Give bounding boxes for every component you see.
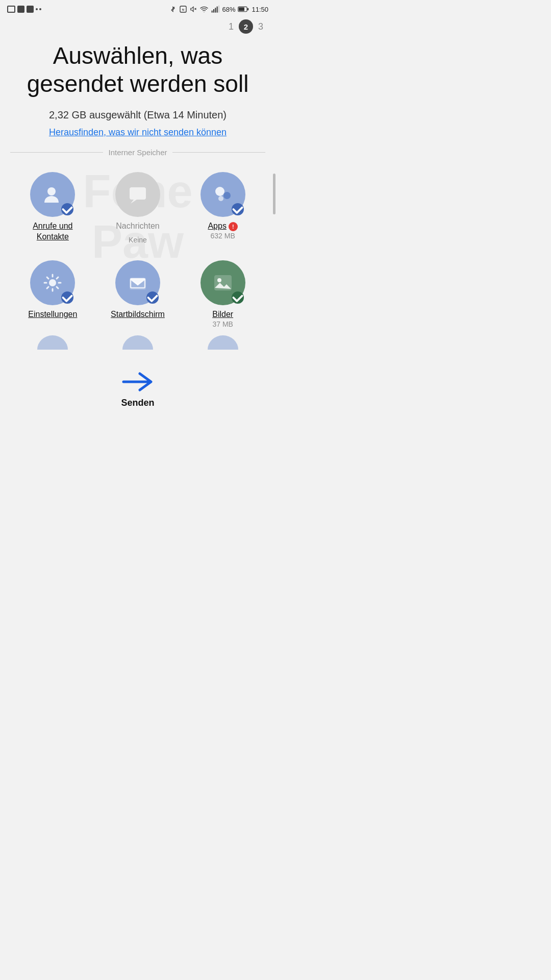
battery-icon (238, 6, 249, 13)
svg-point-15 (218, 196, 223, 201)
summary-duration: ausgewählt (Etwa 14 Minuten) (89, 109, 227, 120)
label-messages: Nachrichten (116, 221, 159, 232)
app-icon-1 (17, 6, 24, 13)
check-overlay-pictures (232, 291, 244, 304)
info-link[interactable]: Herausfinden, was wir nicht senden könne… (10, 127, 265, 138)
svg-rect-9 (247, 8, 248, 11)
check-overlay-homescreen (146, 291, 159, 304)
svg-rect-5 (217, 7, 218, 13)
bluetooth-icon (169, 5, 177, 13)
label-apps: Apps (208, 221, 226, 232)
check-overlay-calls (61, 203, 73, 215)
wifi-icon (199, 5, 209, 13)
status-right: N 68% 11:50 (169, 5, 268, 13)
sublabel-apps: 632 MB (208, 232, 237, 240)
item-settings[interactable]: Einstellungen (10, 255, 95, 333)
icon-messages (115, 172, 160, 217)
send-button[interactable] (121, 368, 154, 396)
items-grid: Anrufe undKontakte Nachrichten Keine (10, 167, 265, 333)
peek-2 (95, 335, 181, 350)
time: 11:50 (252, 6, 268, 13)
peek-row (10, 335, 265, 350)
bottom-section: Senden (0, 360, 276, 421)
svg-rect-2 (212, 11, 213, 13)
svg-rect-3 (213, 9, 214, 13)
label-apps-row: Apps ! (208, 221, 237, 232)
status-icons (7, 6, 41, 13)
arrow-right-icon (121, 371, 154, 393)
label-calls-contacts: Anrufe undKontakte (33, 221, 72, 242)
label-settings: Einstellungen (28, 309, 77, 320)
more-icon (36, 8, 41, 10)
sublabel-messages: Keine (129, 236, 147, 244)
svg-point-13 (215, 187, 224, 196)
chat-icon (126, 182, 150, 207)
gallery-icon (7, 6, 15, 13)
check-overlay-apps (232, 203, 244, 215)
svg-marker-12 (131, 200, 137, 204)
section-divider: Interner Speicher (10, 148, 265, 157)
app-icon-2 (27, 6, 34, 13)
svg-text:N: N (182, 8, 184, 11)
nfc-icon: N (179, 5, 187, 13)
sublabel-pictures: 37 MB (212, 320, 233, 328)
icon-pictures (201, 260, 245, 305)
peek-arc-3 (208, 335, 238, 350)
signal-icon (211, 5, 219, 13)
mute-icon (190, 5, 197, 13)
page-2-active: 2 (239, 19, 253, 34)
svg-point-14 (223, 192, 231, 199)
item-apps[interactable]: Apps ! 632 MB (180, 167, 265, 249)
svg-rect-8 (239, 7, 244, 11)
svg-point-10 (47, 187, 56, 195)
divider-left (10, 152, 103, 153)
section-label: Interner Speicher (108, 148, 167, 157)
error-badge-apps: ! (229, 222, 238, 231)
label-homescreen: Startbildschirm (111, 309, 165, 320)
main-content: Fone Paw Auswählen, was gesendet werden … (0, 34, 276, 360)
summary-size: 2,32 GB (49, 109, 86, 120)
svg-rect-6 (218, 6, 219, 13)
status-bar: N 68% 11:50 (0, 0, 276, 17)
page-indicator: 1 2 3 (0, 17, 276, 34)
battery-percent: 68% (222, 6, 235, 13)
page-title: Auswählen, was gesendet werden soll (10, 42, 265, 98)
item-messages[interactable]: Nachrichten Keine (95, 167, 181, 249)
svg-point-20 (217, 278, 221, 282)
svg-point-16 (49, 279, 56, 286)
peek-3 (180, 335, 265, 350)
page-3: 3 (258, 21, 263, 32)
peek-arc-2 (122, 335, 153, 350)
divider-right (172, 152, 265, 153)
page-1: 1 (229, 21, 234, 32)
peek-arc-1 (37, 335, 68, 350)
icon-calls-contacts (30, 172, 75, 217)
peek-1 (10, 335, 95, 350)
svg-rect-4 (215, 8, 216, 12)
send-label: Senden (121, 398, 154, 408)
item-homescreen[interactable]: Startbildschirm (95, 255, 181, 333)
label-pictures: Bilder (212, 309, 233, 320)
check-overlay-settings (61, 291, 73, 304)
summary-text: 2,32 GB ausgewählt (Etwa 14 Minuten) (10, 109, 265, 121)
item-pictures[interactable]: Bilder 37 MB (180, 255, 265, 333)
icon-homescreen (115, 260, 160, 305)
icon-settings (30, 260, 75, 305)
icon-apps (201, 172, 245, 217)
item-calls-contacts[interactable]: Anrufe undKontakte (10, 167, 95, 249)
